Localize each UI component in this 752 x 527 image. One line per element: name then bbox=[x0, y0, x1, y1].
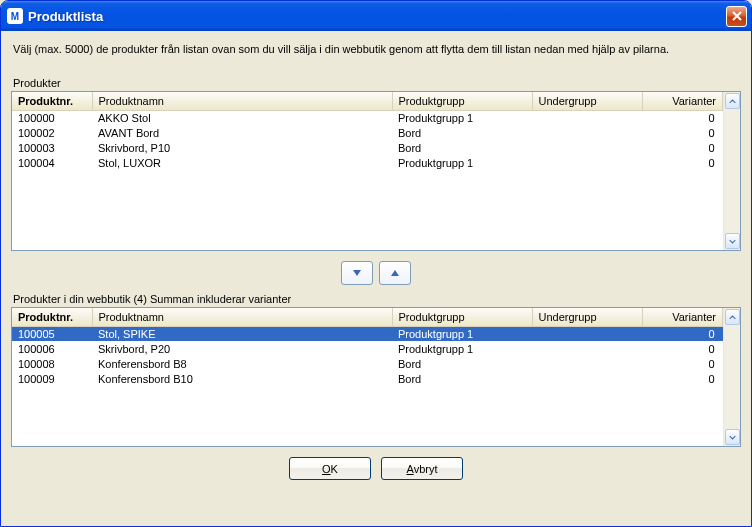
dialog-buttons: OK Avbryt bbox=[11, 447, 741, 482]
col-header-variants[interactable]: Varianter bbox=[642, 308, 723, 326]
table-row[interactable]: 100005Stol, SPIKEProduktgrupp 10 bbox=[12, 326, 723, 341]
col-header-subgroup[interactable]: Undergrupp bbox=[532, 92, 642, 110]
cell-nr: 100009 bbox=[12, 371, 92, 386]
table-header-row: Produktnr. Produktnamn Produktgrupp Unde… bbox=[12, 308, 723, 326]
table-header-row: Produktnr. Produktnamn Produktgrupp Unde… bbox=[12, 92, 723, 110]
titlebar: M Produktlista bbox=[1, 1, 751, 31]
close-icon bbox=[732, 11, 742, 21]
cell-subgroup bbox=[532, 371, 642, 386]
window-title: Produktlista bbox=[28, 9, 726, 24]
cell-group: Produktgrupp 1 bbox=[392, 341, 532, 356]
products-grid[interactable]: Produktnr. Produktnamn Produktgrupp Unde… bbox=[11, 91, 741, 251]
scroll-up-button[interactable] bbox=[725, 93, 740, 109]
table-row[interactable]: 100008Konferensbord B8Bord0 bbox=[12, 356, 723, 371]
cell-group: Bord bbox=[392, 371, 532, 386]
cell-subgroup bbox=[532, 356, 642, 371]
cell-nr: 100004 bbox=[12, 155, 92, 170]
cell-name: Skrivbord, P10 bbox=[92, 140, 392, 155]
close-button[interactable] bbox=[726, 6, 747, 27]
triangle-up-icon bbox=[390, 268, 400, 278]
products-label: Produkter bbox=[11, 77, 741, 89]
col-header-nr[interactable]: Produktnr. bbox=[12, 308, 92, 326]
webshop-products-grid[interactable]: Produktnr. Produktnamn Produktgrupp Unde… bbox=[11, 307, 741, 447]
move-buttons-row bbox=[11, 261, 741, 285]
cell-name: Stol, LUXOR bbox=[92, 155, 392, 170]
cell-name: AKKO Stol bbox=[92, 110, 392, 125]
scroll-down-button[interactable] bbox=[725, 233, 740, 249]
cell-variants: 0 bbox=[642, 371, 723, 386]
app-icon: M bbox=[7, 8, 23, 24]
cell-group: Bord bbox=[392, 140, 532, 155]
webshop-products-table: Produktnr. Produktnamn Produktgrupp Unde… bbox=[12, 308, 723, 386]
col-header-name[interactable]: Produktnamn bbox=[92, 308, 392, 326]
col-header-group[interactable]: Produktgrupp bbox=[392, 92, 532, 110]
cell-group: Produktgrupp 1 bbox=[392, 326, 532, 341]
scrollbar[interactable] bbox=[723, 92, 740, 250]
cell-variants: 0 bbox=[642, 125, 723, 140]
cancel-rest: vbryt bbox=[414, 463, 438, 475]
products-table: Produktnr. Produktnamn Produktgrupp Unde… bbox=[12, 92, 723, 170]
col-header-subgroup[interactable]: Undergrupp bbox=[532, 308, 642, 326]
cell-name: Skrivbord, P20 bbox=[92, 341, 392, 356]
cell-subgroup bbox=[532, 326, 642, 341]
cell-group: Produktgrupp 1 bbox=[392, 155, 532, 170]
cell-group: Produktgrupp 1 bbox=[392, 110, 532, 125]
instruction-text: Välj (max. 5000) de produkter från lista… bbox=[11, 43, 741, 55]
table-row[interactable]: 100000AKKO StolProduktgrupp 10 bbox=[12, 110, 723, 125]
col-header-name[interactable]: Produktnamn bbox=[92, 92, 392, 110]
cell-variants: 0 bbox=[642, 155, 723, 170]
scrollbar[interactable] bbox=[723, 308, 740, 446]
cell-subgroup bbox=[532, 155, 642, 170]
cell-nr: 100005 bbox=[12, 326, 92, 341]
cell-variants: 0 bbox=[642, 341, 723, 356]
chevron-up-icon bbox=[729, 98, 736, 105]
content-area: Välj (max. 5000) de produkter från lista… bbox=[1, 31, 751, 526]
col-header-variants[interactable]: Varianter bbox=[642, 92, 723, 110]
cell-group: Bord bbox=[392, 356, 532, 371]
cell-nr: 100008 bbox=[12, 356, 92, 371]
table-row[interactable]: 100006Skrivbord, P20Produktgrupp 10 bbox=[12, 341, 723, 356]
dialog-window: M Produktlista Välj (max. 5000) de produ… bbox=[0, 0, 752, 527]
cell-group: Bord bbox=[392, 125, 532, 140]
ok-mnemonic: O bbox=[322, 463, 331, 475]
ok-rest: K bbox=[331, 463, 338, 475]
cell-name: Konferensbord B8 bbox=[92, 356, 392, 371]
table-row[interactable]: 100002AVANT BordBord0 bbox=[12, 125, 723, 140]
cell-variants: 0 bbox=[642, 356, 723, 371]
triangle-down-icon bbox=[352, 268, 362, 278]
cell-name: Konferensbord B10 bbox=[92, 371, 392, 386]
cell-subgroup bbox=[532, 125, 642, 140]
cell-name: Stol, SPIKE bbox=[92, 326, 392, 341]
table-row[interactable]: 100003Skrivbord, P10Bord0 bbox=[12, 140, 723, 155]
scroll-down-button[interactable] bbox=[725, 429, 740, 445]
cell-subgroup bbox=[532, 341, 642, 356]
cell-nr: 100003 bbox=[12, 140, 92, 155]
cell-variants: 0 bbox=[642, 110, 723, 125]
chevron-down-icon bbox=[729, 434, 736, 441]
cell-nr: 100006 bbox=[12, 341, 92, 356]
cell-variants: 0 bbox=[642, 326, 723, 341]
move-up-button[interactable] bbox=[379, 261, 411, 285]
col-header-group[interactable]: Produktgrupp bbox=[392, 308, 532, 326]
move-down-button[interactable] bbox=[341, 261, 373, 285]
chevron-down-icon bbox=[729, 238, 736, 245]
webshop-products-label: Produkter i din webbutik (4) Summan inkl… bbox=[11, 293, 741, 305]
ok-button[interactable]: OK bbox=[289, 457, 371, 480]
cell-nr: 100002 bbox=[12, 125, 92, 140]
cell-nr: 100000 bbox=[12, 110, 92, 125]
cell-variants: 0 bbox=[642, 140, 723, 155]
cancel-mnemonic: A bbox=[407, 463, 414, 475]
cancel-button[interactable]: Avbryt bbox=[381, 457, 463, 480]
chevron-up-icon bbox=[729, 314, 736, 321]
table-row[interactable]: 100009Konferensbord B10Bord0 bbox=[12, 371, 723, 386]
col-header-nr[interactable]: Produktnr. bbox=[12, 92, 92, 110]
cell-subgroup bbox=[532, 140, 642, 155]
cell-subgroup bbox=[532, 110, 642, 125]
table-row[interactable]: 100004Stol, LUXORProduktgrupp 10 bbox=[12, 155, 723, 170]
scroll-up-button[interactable] bbox=[725, 309, 740, 325]
cell-name: AVANT Bord bbox=[92, 125, 392, 140]
